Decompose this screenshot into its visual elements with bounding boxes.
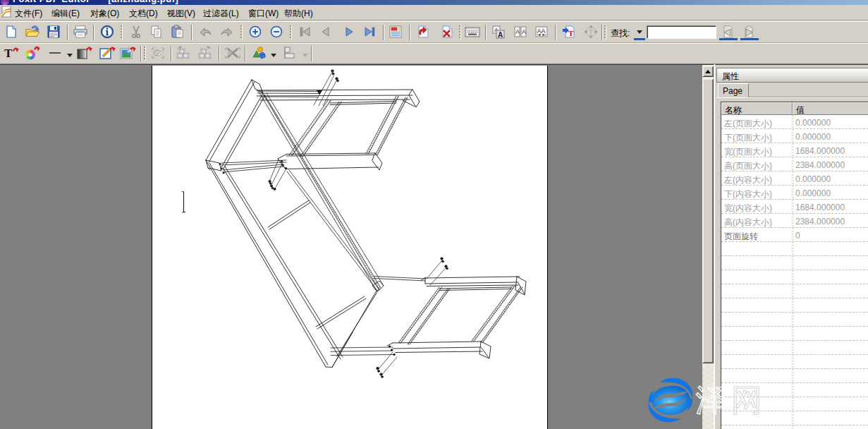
svg-text:A: A	[498, 31, 503, 39]
svg-text:A: A	[522, 28, 526, 35]
svg-text:T: T	[589, 28, 593, 36]
svg-text:T: T	[4, 47, 13, 60]
svg-text:A: A	[515, 28, 520, 35]
svg-text:T: T	[568, 29, 574, 37]
svg-text:AA: AA	[537, 28, 546, 35]
